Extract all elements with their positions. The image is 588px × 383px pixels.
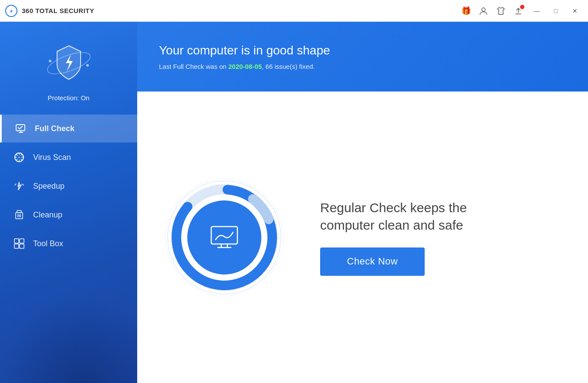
sidebar-item-cleanup[interactable]: Cleanup [0,201,137,229]
svg-point-8 [19,157,20,158]
speedup-icon [13,180,25,192]
shield-logo-icon [45,39,93,87]
sidebar-header: Protection: On [0,22,137,115]
app-logo-icon: + [5,5,17,17]
upload-icon[interactable] [511,4,525,18]
title-bar: + 360 TOTAL SECURITY 🎁 — [0,0,588,22]
status-subtitle-prefix: Last Full Check was on [159,63,228,70]
tagline: Regular Check keeps thecomputer clean an… [320,199,562,234]
shirt-icon[interactable] [494,4,508,18]
gift-icon[interactable]: 🎁 [459,4,473,18]
protection-label: Protection: On [48,94,90,102]
sidebar-item-toolbox[interactable]: Tool Box [0,230,137,258]
nav-items: Full Check Virus Scan [0,115,137,258]
svg-rect-16 [14,244,19,248]
sidebar-item-label-virus-scan: Virus Scan [33,153,71,162]
status-subtitle-suffix: , 66 issue(s) fixed. [262,63,315,70]
title-bar-right: 🎁 — □ ✕ [459,4,583,18]
sidebar: Protection: On Full Check [0,22,137,383]
sidebar-item-label-toolbox: Tool Box [33,239,63,248]
status-title: Your computer is in good shape [159,44,566,58]
sidebar-item-label-cleanup: Cleanup [33,210,62,220]
sidebar-item-virus-scan[interactable]: Virus Scan [0,143,137,171]
svg-rect-24 [211,227,237,244]
main-content-area: Regular Check keeps thecomputer clean an… [137,92,588,383]
svg-rect-14 [14,239,19,243]
sidebar-item-full-check[interactable]: Full Check [0,115,137,142]
status-subtitle: Last Full Check was on 2020-08-05, 66 is… [159,63,566,70]
main-layout: Protection: On Full Check [0,22,588,383]
sidebar-item-label-speedup: Speedup [33,182,64,191]
donut-center-icon [187,200,261,275]
svg-rect-15 [20,239,24,243]
svg-rect-17 [20,244,24,248]
minimize-button[interactable]: — [529,5,544,17]
svg-point-4 [49,60,51,62]
full-check-icon [15,122,27,135]
app-title: 360 TOTAL SECURITY [22,7,95,14]
svg-point-5 [86,64,89,67]
right-content: Regular Check keeps thecomputer clean an… [320,199,562,276]
sidebar-item-speedup[interactable]: Speedup [0,172,137,200]
content-area: Your computer is in good shape Last Full… [137,22,588,383]
svg-point-2 [482,8,485,11]
status-date: 2020-08-05 [228,63,262,70]
status-banner: Your computer is in good shape Last Full… [137,22,588,92]
title-bar-left: + 360 TOTAL SECURITY [5,5,95,17]
check-now-button[interactable]: Check Now [320,247,425,276]
virus-scan-icon [13,151,25,163]
donut-chart [163,176,285,298]
close-button[interactable]: ✕ [567,5,583,17]
notification-badge [520,5,524,9]
cleanup-icon [13,209,25,221]
sidebar-item-label-full-check: Full Check [35,124,74,133]
shield-icon-wrap [45,39,93,87]
toolbox-icon [13,237,25,250]
svg-text:+: + [10,8,13,14]
maximize-button[interactable]: □ [548,5,564,17]
user-icon[interactable] [476,4,490,18]
